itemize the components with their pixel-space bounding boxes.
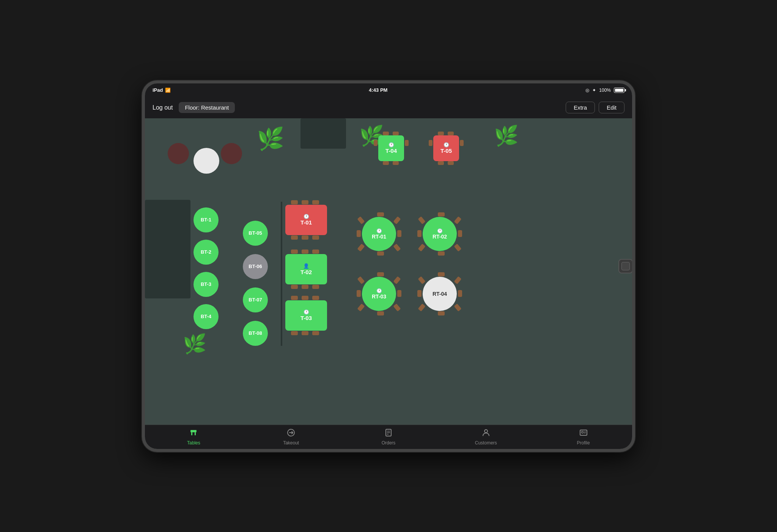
- table-t04-wrapper[interactable]: 🕐 T-04: [378, 135, 404, 161]
- t01-label: T-01: [300, 219, 312, 226]
- bar-table-bt08[interactable]: BT-08: [243, 321, 268, 346]
- battery-indicator: [614, 88, 624, 93]
- table-t03-wrapper[interactable]: 🕐 T-03: [285, 300, 327, 331]
- bluetooth-icon: ✦: [592, 88, 596, 93]
- time-display: 4:43 PM: [369, 87, 387, 93]
- table-t01-wrapper[interactable]: 🕐 T-01: [285, 205, 327, 235]
- table-rt02-wrapper[interactable]: 🕐 RT-02: [423, 217, 457, 251]
- floor-area: 🌿 🌿 🌿 🌿 🕐 T-04: [145, 118, 632, 425]
- bar-table-bt05[interactable]: BT-05: [243, 221, 268, 246]
- plant-bottom-left: 🌿: [183, 334, 206, 353]
- rt01-clock-icon: 🕐: [376, 228, 382, 234]
- table-t02[interactable]: 👤 T-02: [285, 254, 327, 284]
- screen: iPad 📶 4:43 PM ◎ ✦ 100% Log out Floor: R…: [145, 83, 632, 449]
- t03-label: T-03: [300, 315, 312, 321]
- bar-table-bt4[interactable]: BT-4: [193, 304, 219, 329]
- table-t03[interactable]: 🕐 T-03: [285, 300, 327, 331]
- table-rt04[interactable]: RT-04: [423, 277, 457, 311]
- takeout-icon: [286, 428, 296, 439]
- bar-table-bt07[interactable]: BT-07: [243, 287, 268, 312]
- rt03-label: RT-03: [372, 293, 386, 300]
- customers-label: Customers: [475, 440, 497, 446]
- bar-table-bt2[interactable]: BT-2: [193, 240, 219, 265]
- bar-table-bt06[interactable]: BT-06: [243, 254, 268, 279]
- logout-button[interactable]: Log out: [153, 104, 173, 111]
- orders-label: Orders: [382, 440, 396, 446]
- t01-clock-icon: 🕐: [304, 214, 309, 219]
- table-t05[interactable]: 🕐 T-05: [433, 135, 459, 161]
- nav-item-tables[interactable]: Tables: [145, 428, 242, 446]
- tables-label: Tables: [187, 440, 200, 446]
- nav-right: Extra Edit: [566, 102, 624, 113]
- floor-label: Floor: Restaurant: [179, 102, 235, 113]
- table-rt01[interactable]: 🕐 RT-01: [362, 217, 396, 251]
- svg-rect-0: [190, 431, 197, 432]
- tables-icon: [189, 428, 198, 439]
- status-left: iPad 📶: [153, 87, 171, 93]
- customers-icon: [481, 428, 491, 439]
- t02-label: T-02: [300, 269, 312, 275]
- takeout-label: Takeout: [283, 440, 299, 446]
- table-t01[interactable]: 🕐 T-01: [285, 205, 327, 235]
- divider-bar: [281, 202, 282, 346]
- top-nav: Log out Floor: Restaurant Extra Edit: [145, 97, 632, 118]
- t04-label: T-04: [385, 148, 397, 154]
- profile-icon: [579, 428, 588, 439]
- svg-point-11: [581, 432, 583, 433]
- rt04-label: RT-04: [433, 291, 447, 297]
- table-t05-wrapper[interactable]: 🕐 T-05: [433, 135, 459, 161]
- ipad-device-frame: iPad 📶 4:43 PM ◎ ✦ 100% Log out Floor: R…: [142, 80, 635, 452]
- svg-point-9: [484, 430, 488, 433]
- extra-button[interactable]: Extra: [566, 102, 595, 113]
- table-rt03-wrapper[interactable]: 🕐 RT-03: [362, 277, 396, 311]
- rt01-label: RT-01: [372, 234, 386, 240]
- orders-icon: [384, 428, 393, 439]
- location-icon: ◎: [585, 88, 589, 93]
- bottom-nav: Tables Takeout: [145, 425, 632, 449]
- couch-center-table: [193, 148, 219, 174]
- couch-right: [221, 143, 242, 164]
- dark-rect-left: [145, 200, 190, 298]
- t04-clock-icon: 🕐: [388, 142, 394, 148]
- ipad-label: iPad: [153, 87, 163, 93]
- nav-item-takeout[interactable]: Takeout: [242, 428, 340, 446]
- couch-left: [168, 143, 189, 164]
- rt02-clock-icon: 🕐: [437, 228, 443, 234]
- wifi-icon: 📶: [165, 88, 171, 93]
- bar-table-bt3[interactable]: BT-3: [193, 272, 219, 297]
- rt03-clock-icon: 🕐: [376, 288, 382, 293]
- svg-rect-2: [195, 432, 196, 435]
- dark-rect-top: [300, 118, 346, 149]
- bar-table-bt1[interactable]: BT-1: [193, 207, 219, 232]
- nav-item-profile[interactable]: Profile: [535, 428, 632, 446]
- home-button[interactable]: [618, 259, 633, 273]
- nav-item-orders[interactable]: Orders: [340, 428, 437, 446]
- nav-left: Log out Floor: Restaurant: [153, 102, 235, 113]
- nav-item-customers[interactable]: Customers: [437, 428, 535, 446]
- t05-clock-icon: 🕐: [444, 142, 449, 148]
- plant-top-center: 🌿: [257, 128, 284, 150]
- battery-percent: 100%: [599, 88, 611, 93]
- svg-rect-3: [190, 430, 197, 431]
- table-rt01-wrapper[interactable]: 🕐 RT-01: [362, 217, 396, 251]
- profile-label: Profile: [577, 440, 590, 446]
- edit-button[interactable]: Edit: [599, 102, 624, 113]
- svg-rect-1: [191, 432, 192, 435]
- t03-clock-icon: 🕐: [304, 309, 309, 315]
- t05-label: T-05: [440, 148, 452, 154]
- rt02-label: RT-02: [433, 234, 447, 240]
- table-rt04-wrapper[interactable]: RT-04: [423, 277, 457, 311]
- table-t04[interactable]: 🕐 T-04: [378, 135, 404, 161]
- status-bar: iPad 📶 4:43 PM ◎ ✦ 100%: [145, 83, 632, 97]
- status-right: ◎ ✦ 100%: [585, 88, 624, 93]
- table-rt03[interactable]: 🕐 RT-03: [362, 277, 396, 311]
- t02-person-icon: 👤: [303, 263, 309, 269]
- table-t02-wrapper[interactable]: 👤 T-02: [285, 254, 327, 284]
- plant-top-right-2: 🌿: [494, 126, 519, 146]
- table-rt02[interactable]: 🕐 RT-02: [423, 217, 457, 251]
